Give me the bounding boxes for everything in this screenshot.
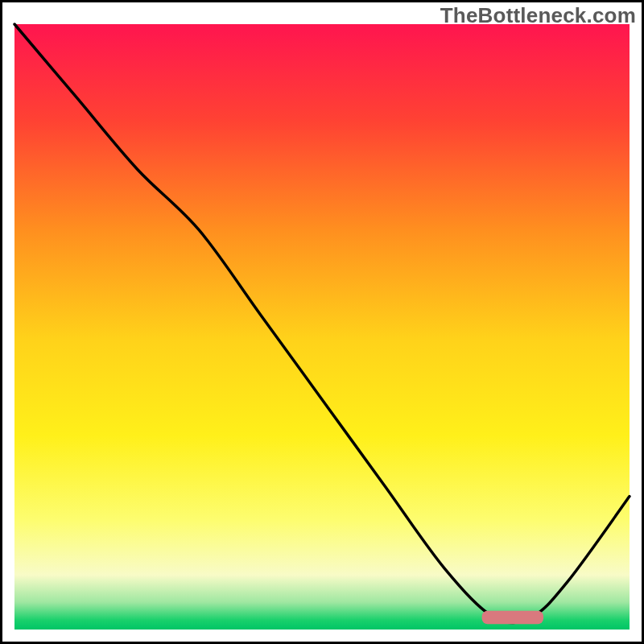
chart-svg	[0, 0, 644, 644]
chart-root: TheBottleneck.com	[0, 0, 644, 644]
target-range-marker	[482, 611, 543, 625]
plot-area	[14, 24, 630, 630]
watermark-text: TheBottleneck.com	[440, 3, 636, 28]
